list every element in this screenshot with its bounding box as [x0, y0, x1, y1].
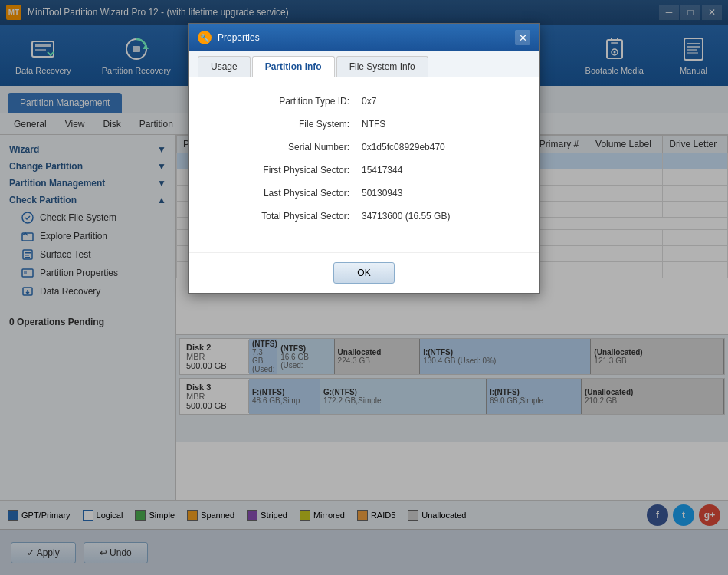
modal-overlay: 🔧 Properties ✕ Usage Partition Info File…: [0, 0, 728, 575]
modal-row-partition-type: Partition Type ID: 0x7: [212, 96, 516, 107]
total-sector-value: 34713600 (16.55 GB): [362, 211, 450, 222]
partition-type-value: 0x7: [362, 96, 376, 107]
partition-type-label: Partition Type ID:: [212, 96, 349, 107]
modal-title: Properties: [218, 32, 260, 43]
total-sector-label: Total Physical Sector:: [212, 211, 349, 222]
modal-footer: OK: [189, 252, 539, 293]
ok-button[interactable]: OK: [333, 262, 394, 284]
modal-tab-filesystem-info[interactable]: File System Info: [336, 56, 428, 77]
modal-tab-usage[interactable]: Usage: [198, 56, 251, 77]
modal-close-button[interactable]: ✕: [515, 30, 530, 45]
modal-row-filesystem: File System: NTFS: [212, 119, 516, 130]
modal-titlebar: 🔧 Properties ✕: [189, 24, 539, 51]
modal-tabs: Usage Partition Info File System Info: [189, 51, 539, 77]
modal-tab-partition-info[interactable]: Partition Info: [252, 56, 335, 77]
serial-value: 0x1d5fc08929eb470: [362, 142, 445, 153]
modal-title-left: 🔧 Properties: [198, 31, 260, 44]
modal-row-first-sector: First Physical Sector: 15417344: [212, 165, 516, 176]
last-sector-value: 50130943: [362, 188, 402, 199]
last-sector-label: Last Physical Sector:: [212, 188, 349, 199]
filesystem-label: File System:: [212, 119, 349, 130]
filesystem-value: NTFS: [362, 119, 385, 130]
properties-modal: 🔧 Properties ✕ Usage Partition Info File…: [188, 23, 540, 294]
first-sector-label: First Physical Sector:: [212, 165, 349, 176]
first-sector-value: 15417344: [362, 165, 402, 176]
modal-row-last-sector: Last Physical Sector: 50130943: [212, 188, 516, 199]
modal-icon: 🔧: [198, 31, 212, 44]
modal-body: Partition Type ID: 0x7 File System: NTFS…: [189, 77, 539, 252]
modal-row-total-sector: Total Physical Sector: 34713600 (16.55 G…: [212, 211, 516, 222]
serial-label: Serial Number:: [212, 142, 349, 153]
modal-row-serial: Serial Number: 0x1d5fc08929eb470: [212, 142, 516, 153]
